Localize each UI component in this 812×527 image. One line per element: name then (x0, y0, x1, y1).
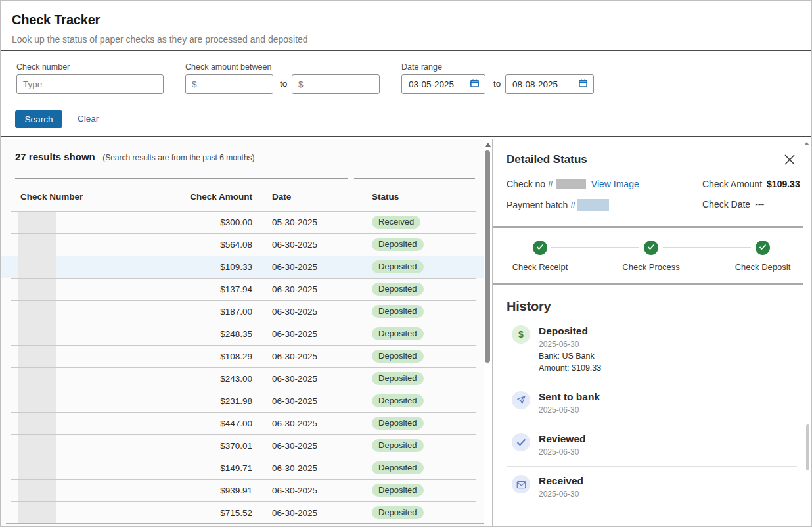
amount-max-input[interactable] (292, 74, 380, 94)
search-button[interactable]: Search (15, 110, 62, 128)
check-number-cell (1, 233, 158, 256)
date-cell: 06-30-2025 (252, 352, 344, 361)
redacted-check-number (18, 479, 56, 501)
scrollbar-thumb[interactable] (485, 150, 490, 363)
status-badge: Deposited (372, 506, 424, 519)
clear-button[interactable]: Clear (78, 114, 99, 124)
redacted-check-number (18, 233, 56, 256)
panel-scrollbar-up-arrow-icon[interactable] (804, 142, 809, 145)
status-cell: Deposited (344, 305, 484, 318)
table-row[interactable]: $231.98 06-30-2025 Deposited (1, 390, 484, 412)
table-row[interactable]: $248.35 06-30-2025 Deposited (1, 323, 484, 345)
redacted-payment-batch-link[interactable] (577, 199, 609, 211)
history-item-detail-line: Bank: US Bank (539, 352, 601, 361)
calendar-icon[interactable] (578, 78, 588, 91)
status-cell: Deposited (344, 238, 484, 251)
scrollbar-up-arrow-icon[interactable] (485, 143, 491, 147)
redacted-check-number (18, 300, 56, 323)
history-item-body: Received 2025-06-30 (539, 475, 583, 499)
amount-range-label: Check amount between (185, 62, 271, 72)
date-cell: 06-30-2025 (252, 329, 344, 339)
check-no-row: Check no # View Image (507, 179, 639, 189)
date-to-input[interactable]: 08-08-2025 (505, 74, 594, 94)
status-cell: Deposited (344, 283, 484, 296)
results-note: (Search results are from the past 6 mont… (102, 153, 254, 162)
step-complete-icon (756, 241, 770, 255)
view-image-link[interactable]: View Image (591, 179, 639, 189)
history-item-date: 2025-06-30 (539, 405, 600, 415)
table-row[interactable]: $447.00 06-30-2025 Deposited (1, 412, 484, 434)
table-row[interactable]: $137.94 06-30-2025 Deposited (1, 278, 484, 300)
date-cell: 06-30-2025 (252, 307, 344, 317)
check-amount-cell: $300.00 (158, 218, 252, 227)
date-cell: 06-30-2025 (252, 441, 344, 451)
check-amount-cell: $243.00 (158, 374, 252, 384)
table-header: Check Number Check Amount Date Status (1, 192, 484, 210)
check-icon (516, 438, 526, 446)
divider (15, 178, 348, 179)
status-badge: Deposited (372, 372, 424, 385)
step-check-deposit: Check Deposit (717, 241, 809, 272)
close-button[interactable] (784, 153, 797, 166)
redacted-check-number (18, 278, 56, 300)
table-row[interactable]: $370.01 06-30-2025 Deposited (1, 434, 484, 457)
results-scrollbar[interactable] (484, 139, 492, 526)
redacted-check-number (18, 501, 56, 524)
date-to-label: to (493, 79, 501, 89)
column-date: Date (252, 192, 344, 210)
table-row[interactable]: $715.52 06-30-2025 Deposited (1, 501, 484, 524)
history-icon: $ (512, 475, 530, 493)
detailed-status-panel: Detailed Status Check no # View Image Ch… (492, 139, 811, 526)
history-item: $ Received 2025-06-30 (507, 467, 797, 508)
check-amount-cell: $939.91 (158, 486, 252, 495)
redacted-check-number (18, 256, 56, 278)
history-item-body: Sent to bank 2025-06-30 (539, 391, 600, 415)
status-cell: Deposited (344, 350, 484, 363)
step-complete-icon (533, 241, 547, 255)
history-icon: $ (512, 325, 530, 344)
check-number-cell (1, 479, 158, 501)
status-cell: Deposited (344, 417, 484, 430)
check-number-cell (1, 434, 158, 457)
check-amount-value: $109.33 (767, 179, 800, 189)
amount-min-input[interactable] (185, 74, 273, 94)
history-item-date: 2025-06-30 (539, 490, 583, 499)
divider (493, 283, 803, 285)
history-item: $ Sent to bank 2025-06-30 (507, 382, 797, 424)
table-row[interactable]: $149.71 06-30-2025 Deposited (1, 457, 484, 479)
results-area: 27 results shown (Search results are fro… (1, 139, 484, 526)
redacted-check-number (18, 345, 56, 367)
panel-scrollbar-thumb[interactable] (806, 424, 809, 470)
table-row[interactable]: $243.00 06-30-2025 Deposited (1, 367, 484, 390)
check-number-cell (1, 367, 158, 390)
date-cell: 06-30-2025 (252, 396, 344, 406)
history-item-body: Reviewed 2025-06-30 (539, 433, 586, 457)
dollar-icon: $ (518, 329, 524, 340)
date-from-input[interactable]: 03-05-2025 (401, 74, 485, 94)
history-title: History (507, 299, 797, 314)
check-number-cell (1, 345, 158, 367)
panel-title: Detailed Status (507, 153, 587, 166)
calendar-icon[interactable] (470, 78, 480, 91)
status-cell: Deposited (344, 484, 484, 497)
table-row[interactable]: $187.00 06-30-2025 Deposited (1, 300, 484, 323)
check-amount-cell: $137.94 (158, 285, 252, 294)
check-amount-row: Check Amount $109.33 (702, 179, 800, 189)
table-row[interactable]: $564.08 06-30-2025 Deposited (1, 233, 484, 256)
redacted-check-number (18, 367, 56, 390)
check-date-row: Check Date --- (702, 199, 764, 210)
table-row[interactable]: $109.33 06-30-2025 Deposited (1, 256, 484, 278)
check-number-input[interactable] (16, 74, 164, 94)
check-amount-cell: $248.35 (158, 329, 252, 339)
step-check-process: Check Process (605, 241, 697, 272)
table-row[interactable]: $939.91 06-30-2025 Deposited (1, 479, 484, 501)
table-row[interactable]: $108.29 06-30-2025 Deposited (1, 345, 484, 367)
history-item: $ Reviewed 2025-06-30 (507, 424, 797, 467)
status-badge: Deposited (372, 238, 424, 251)
status-badge: Deposited (372, 327, 424, 340)
step-label: Check Receipt (494, 262, 586, 272)
check-number-cell (1, 501, 158, 524)
check-number-cell (1, 457, 158, 479)
table-row[interactable]: $300.00 05-30-2025 Received (1, 211, 484, 233)
check-amount-cell: $370.01 (158, 441, 252, 451)
